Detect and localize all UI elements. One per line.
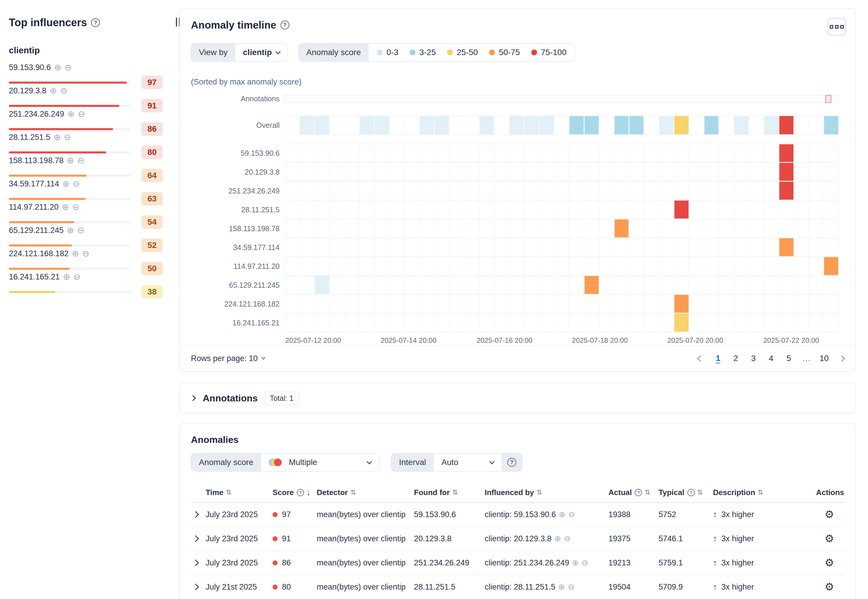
sort-icon[interactable]: ⇅ [536,488,542,497]
influencer-name[interactable]: 34.59.177.114 [9,179,59,188]
page-button[interactable]: 3 [747,351,760,366]
swimlane-cell-major[interactable] [824,257,839,275]
view-by-select[interactable]: clientip [235,44,288,61]
swimlane-cell-low[interactable] [509,116,524,135]
gear-icon[interactable]: ⚙ [825,508,834,521]
interval-help[interactable]: ? [502,453,522,471]
add-filter-icon[interactable]: ⊕ [559,510,566,519]
swimlane-cell-major[interactable] [584,275,599,294]
annotations-lane[interactable] [284,95,839,103]
add-filter-icon[interactable]: ⊕ [62,180,69,188]
sort-desc-icon[interactable]: ↓ [306,488,310,497]
swimlane-cell-low[interactable] [315,116,330,135]
influencer-name[interactable]: 65.129.211.245 [9,226,64,235]
swimlane-cell-mid[interactable] [629,116,644,135]
expand-row-icon[interactable] [192,560,199,566]
gear-icon[interactable]: ⚙ [825,581,834,593]
annotation-marker[interactable] [825,95,832,103]
swimlane-cell-critical[interactable] [779,144,794,162]
influencer-name[interactable]: 114.97.211.20 [9,203,59,212]
panel-options-button[interactable] [827,18,846,36]
sort-icon[interactable]: ⇅ [452,488,458,497]
gear-icon[interactable]: ⚙ [825,533,834,545]
add-filter-icon[interactable]: ⊕ [572,558,579,567]
influencer-name[interactable]: 16.241.165.21 [9,272,60,281]
column-header-actual[interactable]: Actual?⇅ [609,488,659,497]
sort-icon[interactable]: ⇅ [644,488,650,497]
view-by-control[interactable]: View by clientip [191,43,288,62]
swimlane-cell-low[interactable] [734,116,749,135]
swimlane-cell-major[interactable] [779,238,794,256]
add-filter-icon[interactable]: ⊕ [555,534,561,543]
swimlane-cell-mid[interactable] [584,116,599,135]
column-header-score[interactable]: Score?↓ [273,488,317,497]
remove-filter-icon[interactable]: ⊖ [564,534,571,543]
swimlane-cell-low[interactable] [420,116,435,135]
swimlane-cell-critical[interactable] [779,163,794,181]
interval-control[interactable]: Interval Auto ? [391,453,522,471]
swimlane-cell-critical[interactable] [779,116,794,135]
swimlane-cell-low[interactable] [479,116,494,135]
swimlane-cell-major[interactable] [674,295,689,313]
swimlane-cell-low[interactable] [659,116,674,135]
help-icon[interactable]: ? [297,489,304,496]
remove-filter-icon[interactable]: ⊖ [568,582,574,591]
column-header-found-for[interactable]: Found for⇅ [414,488,485,497]
help-icon[interactable]: ? [634,489,642,496]
add-filter-icon[interactable]: ⊕ [54,133,61,141]
help-icon[interactable]: ? [280,21,289,29]
previous-page-icon[interactable] [697,355,703,361]
influencer-name[interactable]: 224.121.168.182 [9,249,69,258]
swimlane-cell-low[interactable] [374,116,389,135]
swimlane-cell-low[interactable] [524,116,539,135]
expand-section-icon[interactable] [190,395,196,401]
page-button[interactable]: 2 [729,351,743,366]
sort-icon[interactable]: ⇅ [697,488,703,497]
column-header-typical[interactable]: Typical?⇅ [659,488,713,497]
column-header-influenced-by[interactable]: Influenced by⇅ [485,488,609,497]
swimlane-cell-low[interactable] [300,116,315,135]
swimlane-cell-mid[interactable] [824,116,839,135]
remove-filter-icon[interactable]: ⊖ [64,133,71,141]
sort-icon[interactable]: ⇅ [350,488,356,497]
swimlane-cell-mid[interactable] [704,116,719,135]
page-button[interactable]: 4 [764,351,778,366]
add-filter-icon[interactable]: ⊕ [67,157,74,165]
influencer-name[interactable]: 20.129.3.8 [9,86,47,95]
expand-row-icon[interactable] [192,511,199,518]
sort-icon[interactable]: ⇅ [226,488,232,497]
swimlane-cell-low[interactable] [434,116,449,135]
swimlane-cell-critical[interactable] [779,181,794,200]
add-filter-icon[interactable]: ⊕ [63,273,70,281]
interval-select[interactable]: Auto [434,453,502,471]
help-icon[interactable]: ? [91,18,100,27]
score-filter-select[interactable]: Multiple [261,453,379,471]
swimlane-cell-minor[interactable] [674,116,689,135]
rows-per-page-button[interactable]: Rows per page: 10 [191,354,265,363]
page-button[interactable]: 10 [817,351,831,366]
remove-filter-icon[interactable]: ⊖ [77,226,84,235]
expand-row-icon[interactable] [192,584,199,590]
swimlane-cell-low[interactable] [315,275,330,294]
remove-filter-icon[interactable]: ⊖ [72,203,79,211]
swimlane-cell-low[interactable] [359,116,374,135]
help-icon[interactable]: ? [687,489,695,496]
page-button[interactable]: 5 [782,351,796,366]
remove-filter-icon[interactable]: ⊖ [73,180,80,188]
influencer-name[interactable]: 59.153.90.6 [9,63,51,72]
column-header-detector[interactable]: Detector⇅ [317,488,414,497]
remove-filter-icon[interactable]: ⊖ [73,273,80,281]
add-filter-icon[interactable]: ⊕ [67,226,74,235]
add-filter-icon[interactable]: ⊕ [558,582,565,591]
add-filter-icon[interactable]: ⊕ [62,203,69,211]
add-filter-icon[interactable]: ⊕ [50,87,57,95]
anomaly-score-filter[interactable]: Anomaly score Multiple [191,453,379,471]
remove-filter-icon[interactable]: ⊖ [77,157,84,165]
swimlane-cell-minor[interactable] [674,313,689,332]
remove-filter-icon[interactable]: ⊖ [568,510,575,519]
column-header-description[interactable]: Description⇅ [713,488,808,497]
swimlane-cell-low[interactable] [539,116,554,135]
remove-filter-icon[interactable]: ⊖ [65,63,72,72]
add-filter-icon[interactable]: ⊕ [72,250,79,258]
remove-filter-icon[interactable]: ⊖ [82,250,89,258]
